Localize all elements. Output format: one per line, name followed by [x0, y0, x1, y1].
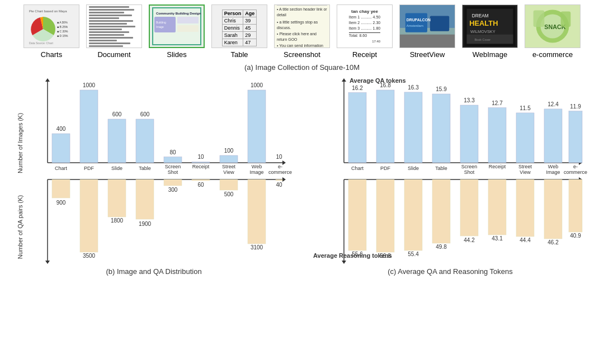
svg-text:44.4: 44.4	[520, 237, 531, 243]
svg-text:Table: Table	[139, 166, 151, 171]
svg-rect-12	[177, 25, 199, 32]
gallery-section: Pie Chart based on Maya ■ A 30% ■ B 25% …	[0, 0, 604, 61]
gallery-item-webimage: DREAM HEALTH WILMOVSKY Book Cover WebIma…	[460, 4, 520, 59]
svg-rect-42	[108, 119, 126, 163]
svg-rect-144	[516, 179, 534, 237]
svg-text:Average Reasoning tokens: Average Reasoning tokens	[313, 252, 392, 259]
gallery-thumb-screenshot: Web Page • A title section header link o…	[274, 4, 330, 48]
svg-text:■ B 25%: ■ B 25%	[57, 25, 68, 29]
svg-text:Number of Images (K): Number of Images (K)	[17, 113, 23, 173]
svg-rect-52	[248, 90, 266, 163]
svg-text:Community Building Design Chal: Community Building Design Challenge	[156, 12, 202, 15]
svg-text:15.9: 15.9	[436, 86, 447, 92]
svg-rect-48	[192, 162, 210, 163]
svg-rect-11	[177, 17, 199, 23]
svg-rect-82	[164, 179, 182, 186]
svg-rect-132	[348, 179, 366, 250]
svg-rect-86	[220, 179, 238, 190]
svg-text:Slide: Slide	[111, 166, 122, 171]
svg-text:Image: Image	[546, 169, 560, 175]
charts-section: Number of Images (K) 400 1000 600 600	[0, 76, 604, 289]
svg-rect-103	[432, 94, 450, 163]
chart-c-svg: Average QA tokens 16.2 16.8 16.3 15.9 13…	[302, 76, 598, 266]
chart-b-svg: Number of Images (K) 400 1000 600 600	[6, 76, 302, 266]
svg-rect-90	[276, 179, 282, 181]
gallery-item-charts: Pie Chart based on Maya ■ A 30% ■ B 25% …	[22, 4, 81, 59]
svg-text:55.4: 55.4	[408, 251, 419, 257]
svg-marker-129	[342, 261, 346, 264]
svg-text:e-: e-	[573, 164, 578, 169]
svg-text:13.3: 13.3	[464, 97, 475, 103]
svg-rect-142	[488, 179, 506, 235]
svg-text:12.7: 12.7	[492, 100, 503, 106]
svg-rect-8	[154, 17, 176, 32]
gallery-thumb-webimage: DREAM HEALTH WILMOVSKY Book Cover	[462, 4, 518, 48]
svg-rect-76	[80, 179, 98, 252]
gallery-thumb-streetview: DRUPALCON Amsterdam	[399, 4, 455, 48]
svg-text:40.9: 40.9	[570, 233, 581, 239]
svg-rect-107	[488, 108, 506, 163]
svg-rect-101	[404, 92, 422, 163]
svg-text:Shot: Shot	[168, 169, 178, 175]
svg-text:HEALTH: HEALTH	[469, 19, 498, 27]
gallery-label-receipt: Receipt	[352, 50, 377, 59]
svg-text:1800: 1800	[111, 218, 124, 224]
svg-rect-111	[544, 109, 562, 163]
svg-rect-16	[405, 13, 427, 32]
svg-text:400: 400	[56, 126, 66, 132]
svg-text:Screen: Screen	[461, 164, 478, 169]
svg-rect-88	[248, 179, 266, 244]
svg-text:commerce: commerce	[268, 169, 292, 175]
svg-rect-78	[108, 179, 126, 217]
svg-rect-113	[569, 111, 582, 163]
svg-text:Image: Image	[156, 25, 164, 29]
svg-text:Chart: Chart	[351, 166, 364, 171]
gallery-label-document: Document	[97, 50, 130, 59]
svg-rect-97	[348, 93, 366, 163]
svg-text:Web: Web	[548, 164, 558, 169]
svg-text:DREAM: DREAM	[472, 13, 489, 18]
svg-text:Chart: Chart	[55, 166, 68, 171]
gallery-thumb-ecommerce: SNACK	[525, 4, 581, 48]
svg-text:900: 900	[56, 200, 66, 206]
gallery-thumb-charts: Pie Chart based on Maya ■ A 30% ■ B 25% …	[23, 4, 79, 48]
svg-rect-17	[430, 16, 449, 31]
svg-rect-148	[569, 179, 582, 232]
svg-text:■ C 20%: ■ C 20%	[57, 30, 68, 33]
gallery-item-streetview: DRUPALCON Amsterdam StreetView	[398, 4, 457, 59]
slides-inner: Community Building Design Challenge Buil…	[150, 6, 204, 47]
svg-text:Table: Table	[435, 166, 447, 171]
svg-text:Street: Street	[518, 164, 532, 169]
svg-text:Building: Building	[156, 21, 166, 24]
svg-rect-44	[136, 119, 154, 163]
svg-text:Pie Chart based on Maya: Pie Chart based on Maya	[29, 10, 67, 13]
svg-rect-50	[220, 155, 238, 163]
svg-text:11.9: 11.9	[570, 103, 581, 110]
svg-rect-46	[164, 157, 182, 163]
svg-text:600: 600	[112, 111, 122, 117]
svg-text:Screen: Screen	[165, 164, 181, 169]
gallery-label-table: Table	[230, 50, 248, 59]
svg-rect-146	[544, 179, 562, 239]
svg-text:Number of QA pairs (K): Number of QA pairs (K)	[17, 195, 23, 259]
svg-marker-37	[282, 160, 286, 165]
gallery-label-ecommerce: e-commerce	[532, 50, 573, 59]
svg-text:Shot: Shot	[464, 169, 475, 175]
svg-rect-31	[534, 11, 545, 27]
svg-marker-94	[342, 78, 346, 82]
svg-text:View: View	[223, 169, 234, 175]
svg-text:WILMOVSKY: WILMOVSKY	[470, 29, 496, 34]
svg-text:10: 10	[197, 154, 204, 160]
svg-text:Web: Web	[252, 164, 262, 169]
svg-text:3100: 3100	[251, 244, 263, 250]
svg-text:Average QA tokens: Average QA tokens	[350, 77, 406, 84]
gallery-thumb-slides: Community Building Design Challenge Buil…	[149, 4, 205, 48]
svg-text:12.4: 12.4	[548, 101, 559, 107]
svg-text:1000: 1000	[83, 82, 96, 88]
svg-text:1000: 1000	[251, 82, 263, 88]
svg-rect-109	[516, 113, 534, 163]
svg-marker-35	[45, 78, 50, 82]
svg-text:10: 10	[276, 154, 282, 160]
svg-text:DRUPALCON: DRUPALCON	[407, 18, 431, 22]
svg-rect-40	[80, 90, 98, 163]
